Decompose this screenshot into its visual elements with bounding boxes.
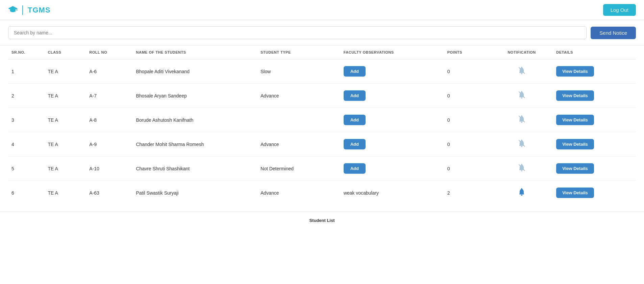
cell-notification[interactable] xyxy=(491,108,553,132)
cell-details: View Details xyxy=(553,181,636,205)
cell-name: Bhosale Aryan Sandeep xyxy=(133,84,257,108)
add-observation-button[interactable]: Add xyxy=(344,66,366,77)
cell-name: Patil Swastik Suryaji xyxy=(133,181,257,205)
cell-details: View Details xyxy=(553,84,636,108)
svg-marker-0 xyxy=(8,6,18,11)
cell-rollno: A-10 xyxy=(86,157,132,181)
view-details-button[interactable]: View Details xyxy=(556,115,594,125)
svg-rect-22 xyxy=(519,194,524,195)
cell-type: Not Determined xyxy=(257,157,340,181)
cell-details: View Details xyxy=(553,108,636,132)
cell-class: TE A xyxy=(44,59,86,84)
view-details-button[interactable]: View Details xyxy=(556,139,594,149)
svg-point-16 xyxy=(521,140,522,141)
cell-points: 0 xyxy=(444,108,491,132)
svg-point-11 xyxy=(521,122,523,123)
cell-srno: 5 xyxy=(8,157,44,181)
cell-class: TE A xyxy=(44,157,86,181)
bell-muted-icon[interactable] xyxy=(518,91,525,101)
cell-srno: 4 xyxy=(8,132,44,157)
cell-points: 0 xyxy=(444,132,491,157)
table-header: SR.NO. CLASS ROLL NO NAME OF THE STUDENT… xyxy=(8,46,636,59)
cell-notification[interactable] xyxy=(491,132,553,157)
cell-notification[interactable] xyxy=(491,84,553,108)
svg-point-15 xyxy=(521,146,523,147)
header: TGMS Log Out xyxy=(0,0,644,20)
add-observation-button[interactable]: Add xyxy=(344,90,366,101)
cell-notification[interactable] xyxy=(491,157,553,181)
cell-points: 2 xyxy=(444,181,491,205)
send-notice-button[interactable]: Send Notice xyxy=(591,27,636,39)
col-header-type: STUDENT TYPE xyxy=(257,46,340,59)
table-body: 1TE AA-6Bhopale Aditi VivekanandSlowAdd0… xyxy=(8,59,636,205)
search-input[interactable] xyxy=(8,26,587,39)
cell-class: TE A xyxy=(44,132,86,157)
cell-class: TE A xyxy=(44,108,86,132)
bell-muted-icon[interactable] xyxy=(518,115,525,125)
cell-rollno: A-8 xyxy=(86,108,132,132)
svg-point-7 xyxy=(521,97,523,98)
view-details-button[interactable]: View Details xyxy=(556,90,594,101)
cell-notification[interactable] xyxy=(491,59,553,84)
cell-faculty: Add xyxy=(340,157,444,181)
svg-point-23 xyxy=(521,195,523,196)
cell-class: TE A xyxy=(44,181,86,205)
cell-points: 0 xyxy=(444,84,491,108)
svg-point-3 xyxy=(521,73,523,74)
cell-rollno: A-9 xyxy=(86,132,132,157)
col-header-faculty: FACULTY OBSERVATIONS xyxy=(340,46,444,59)
cell-type: Advance xyxy=(257,181,340,205)
cell-type: Advance xyxy=(257,84,340,108)
svg-point-20 xyxy=(521,164,522,165)
add-observation-button[interactable]: Add xyxy=(344,163,366,174)
cell-faculty: Add xyxy=(340,59,444,84)
cell-type: Slow xyxy=(257,59,340,84)
logout-button[interactable]: Log Out xyxy=(603,4,636,16)
cell-points: 0 xyxy=(444,59,491,84)
add-observation-button[interactable]: Add xyxy=(344,139,366,149)
footer: Student List xyxy=(0,211,644,229)
cell-srno: 2 xyxy=(8,84,44,108)
cell-points: 0 xyxy=(444,157,491,181)
table-row: 1TE AA-6Bhopale Aditi VivekanandSlowAdd0… xyxy=(8,59,636,84)
table-row: 4TE AA-9Chander Mohit Sharma RomeshAdvan… xyxy=(8,132,636,157)
view-details-button[interactable]: View Details xyxy=(556,66,594,77)
table-row: 5TE AA-10Chavre Shruti ShashikantNot Det… xyxy=(8,157,636,181)
table-row: 2TE AA-7Bhosale Aryan SandeepAdvanceAdd0… xyxy=(8,84,636,108)
cell-faculty: Add xyxy=(340,108,444,132)
col-header-points: POINTS xyxy=(444,46,491,59)
logo-area: TGMS xyxy=(8,5,51,15)
logo-divider xyxy=(22,5,23,15)
cell-rollno: A-63 xyxy=(86,181,132,205)
footer-label: Student List xyxy=(309,218,335,223)
svg-point-19 xyxy=(521,170,523,171)
col-header-class: CLASS xyxy=(44,46,86,59)
cell-faculty: Add xyxy=(340,84,444,108)
bell-muted-icon[interactable] xyxy=(518,164,525,173)
add-observation-button[interactable]: Add xyxy=(344,115,366,125)
student-table: SR.NO. CLASS ROLL NO NAME OF THE STUDENT… xyxy=(8,46,636,205)
view-details-button[interactable]: View Details xyxy=(556,188,594,198)
col-header-notification: NOTIFICATION xyxy=(491,46,553,59)
cell-srno: 3 xyxy=(8,108,44,132)
cell-details: View Details xyxy=(553,132,636,157)
cell-class: TE A xyxy=(44,84,86,108)
cell-name: Chander Mohit Sharma Romesh xyxy=(133,132,257,157)
cell-notification[interactable] xyxy=(491,181,553,205)
col-header-name: NAME OF THE STUDENTS xyxy=(133,46,257,59)
col-header-srno: SR.NO. xyxy=(8,46,44,59)
bell-muted-icon[interactable] xyxy=(518,139,525,149)
col-header-rollno: ROLL NO xyxy=(86,46,132,59)
cell-details: View Details xyxy=(553,157,636,181)
bell-muted-icon[interactable] xyxy=(518,66,525,76)
bell-active-icon[interactable] xyxy=(518,188,525,198)
col-header-details: DETAILS xyxy=(553,46,636,59)
cell-name: Borude Ashutosh Kanifnath xyxy=(133,108,257,132)
svg-point-4 xyxy=(521,67,522,68)
svg-point-12 xyxy=(521,115,522,116)
table-container: SR.NO. CLASS ROLL NO NAME OF THE STUDENT… xyxy=(0,46,644,205)
cell-faculty: weak vocabulary xyxy=(340,181,444,205)
view-details-button[interactable]: View Details xyxy=(556,163,594,174)
cell-name: Bhopale Aditi Vivekanand xyxy=(133,59,257,84)
table-row: 3TE AA-8Borude Ashutosh KanifnathAdd0 Vi… xyxy=(8,108,636,132)
